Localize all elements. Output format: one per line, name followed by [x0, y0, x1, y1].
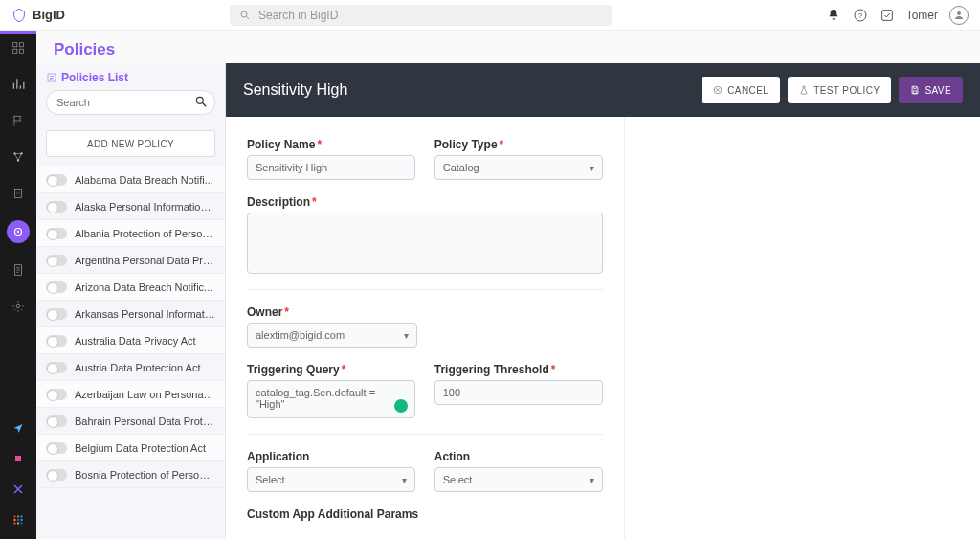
toggle-icon[interactable] [46, 308, 67, 320]
application-label: Application [247, 450, 415, 463]
page-title: Policies [36, 31, 980, 63]
chevron-down-icon: ▾ [590, 475, 594, 485]
policy-name-input[interactable] [247, 155, 415, 180]
rail-network-icon[interactable] [9, 147, 28, 167]
toggle-icon[interactable] [46, 469, 67, 481]
cancel-icon [713, 85, 723, 95]
toggle-icon[interactable] [46, 415, 67, 427]
policy-item-label: Arkansas Personal Informati... [75, 308, 215, 320]
rail-bottom-2-icon[interactable] [9, 449, 28, 468]
svg-line-1 [247, 16, 250, 19]
rail-apps-icon[interactable] [9, 510, 28, 529]
svg-point-20 [17, 515, 19, 517]
policy-list-item[interactable]: Albania Protection of Person... [36, 220, 225, 247]
action-select[interactable]: Select▾ [434, 467, 603, 492]
svg-rect-8 [13, 49, 17, 53]
toggle-icon[interactable] [46, 255, 67, 266]
rail-bottom-3-icon[interactable] [9, 480, 28, 499]
rail-building-icon[interactable] [9, 184, 28, 203]
svg-point-21 [20, 515, 22, 517]
triggering-query-input[interactable] [247, 380, 415, 418]
checkbox-icon[interactable] [880, 8, 895, 23]
cancel-button[interactable]: CANCEL [702, 77, 780, 103]
policy-list-item[interactable]: Alabama Data Breach Notifi... [36, 167, 225, 193]
flask-icon [799, 85, 809, 95]
policy-list-item[interactable]: Arizona Data Breach Notific... [36, 274, 225, 301]
policy-item-label: Bosnia Protection of Persona... [75, 469, 215, 481]
avatar[interactable] [949, 6, 969, 25]
rail-dashboard-icon[interactable] [9, 38, 28, 57]
custom-app-params-label: Custom App Additional Params [247, 507, 603, 521]
triggering-threshold-input[interactable] [434, 380, 603, 405]
policy-form: Sensitivity High CANCEL TEST POLICY S [226, 63, 980, 539]
rail-chart-icon[interactable] [9, 75, 28, 94]
policies-search[interactable] [46, 90, 215, 115]
policies-search-input[interactable] [46, 90, 215, 115]
policies-list-heading: Policies List [46, 71, 215, 84]
chevron-down-icon: ▾ [590, 163, 594, 173]
bell-icon[interactable] [826, 8, 841, 23]
save-button[interactable]: SAVE [899, 77, 963, 103]
policy-type-select[interactable]: Catalog▾ [434, 155, 603, 180]
policy-item-label: Alaska Personal Information ... [75, 201, 215, 213]
rail-policies-icon[interactable] [7, 220, 30, 243]
svg-point-22 [13, 519, 15, 521]
form-right-spacer [624, 117, 981, 539]
chevron-down-icon: ▾ [404, 330, 409, 341]
rail-doc-icon[interactable] [9, 260, 28, 280]
svg-rect-7 [19, 43, 23, 47]
brand-mark-icon [11, 8, 27, 23]
rail-bottom-1-icon[interactable] [9, 418, 28, 438]
svg-rect-18 [15, 456, 21, 461]
svg-point-19 [13, 515, 15, 517]
policy-item-label: Argentina Personal Data Pro... [75, 255, 215, 266]
top-bar: BigID Search in BigID ? Tomer [0, 0, 980, 31]
svg-rect-4 [881, 10, 892, 20]
toggle-icon[interactable] [46, 335, 67, 347]
description-label: Description* [247, 195, 603, 209]
policy-list-item[interactable]: Austria Data Protection Act [36, 354, 225, 381]
policy-list-item[interactable]: Azerbaijan Law on Personal ... [36, 381, 225, 408]
add-new-policy-button[interactable]: ADD NEW POLICY [46, 130, 215, 157]
toggle-icon[interactable] [46, 174, 67, 186]
toggle-icon[interactable] [46, 389, 67, 400]
triggering-query-label: Triggering Query* [247, 363, 415, 376]
test-policy-button[interactable]: TEST POLICY [788, 77, 891, 103]
policy-list-item[interactable]: Argentina Personal Data Pro... [36, 247, 225, 274]
policy-name-label: Policy Name* [247, 138, 415, 151]
policies-list-panel: Policies List ADD NEW POLICY Alabama Dat… [36, 63, 226, 539]
rail-flag-icon[interactable] [9, 111, 28, 130]
global-search[interactable]: Search in BigID [230, 5, 612, 26]
toggle-icon[interactable] [46, 281, 67, 293]
global-search-placeholder: Search in BigID [258, 9, 338, 22]
policy-list-item[interactable]: Alaska Personal Information ... [36, 193, 225, 220]
rail-gear-icon[interactable] [9, 297, 28, 316]
brand-logo: BigID [11, 8, 212, 23]
app-shell: Policies Policies List ADD NEW [0, 31, 980, 539]
policy-list-item[interactable]: Arkansas Personal Informati... [36, 301, 225, 327]
policy-list-item[interactable]: Belgium Data Protection Act [36, 435, 225, 461]
policy-list-item[interactable]: Bosnia Protection of Persona... [36, 461, 225, 488]
policy-list-item[interactable]: Australia Data Privacy Act [36, 327, 225, 354]
rail-accent [0, 31, 36, 34]
svg-point-25 [13, 522, 15, 524]
search-icon [237, 8, 253, 23]
policy-list-item[interactable]: Bahrain Personal Data Prote... [36, 408, 225, 435]
toggle-icon[interactable] [46, 362, 67, 373]
svg-point-24 [20, 519, 22, 521]
topbar-right: ? Tomer [826, 6, 969, 25]
svg-point-23 [17, 519, 19, 521]
toggle-icon[interactable] [46, 228, 67, 239]
toggle-icon[interactable] [46, 201, 67, 213]
policy-item-label: Albania Protection of Person... [75, 228, 215, 239]
help-icon[interactable]: ? [853, 8, 868, 23]
owner-select[interactable]: alextim@bigid.com▾ [247, 323, 417, 348]
divider [247, 289, 603, 290]
save-icon [910, 85, 920, 95]
description-input[interactable] [247, 213, 603, 274]
svg-point-5 [957, 11, 961, 15]
svg-rect-28 [48, 74, 56, 81]
toggle-icon[interactable] [46, 442, 67, 454]
application-select[interactable]: Select▾ [247, 467, 415, 492]
grammarly-icon [394, 399, 408, 413]
